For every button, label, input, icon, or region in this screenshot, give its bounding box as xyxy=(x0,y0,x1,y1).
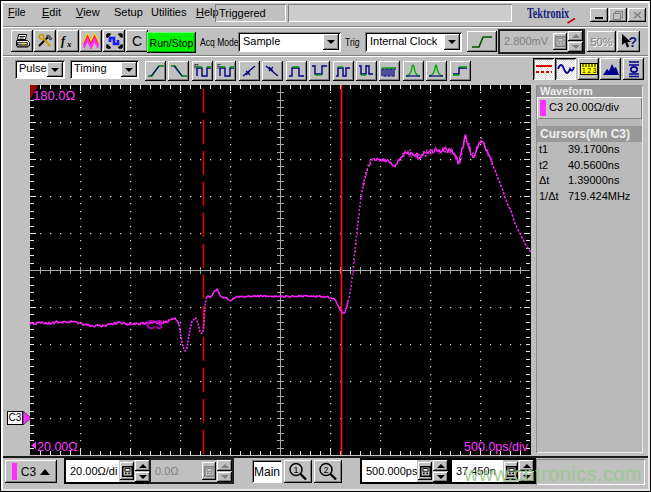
svg-text:C3: C3 xyxy=(146,317,163,332)
svg-text:500.0ps/div: 500.0ps/div xyxy=(464,440,529,454)
svg-text:20.00Ω: 20.00Ω xyxy=(37,440,78,454)
svg-text:2: 2 xyxy=(324,465,329,475)
svg-text:1: 1 xyxy=(294,465,299,475)
svg-text:180.0Ω: 180.0Ω xyxy=(33,88,76,103)
